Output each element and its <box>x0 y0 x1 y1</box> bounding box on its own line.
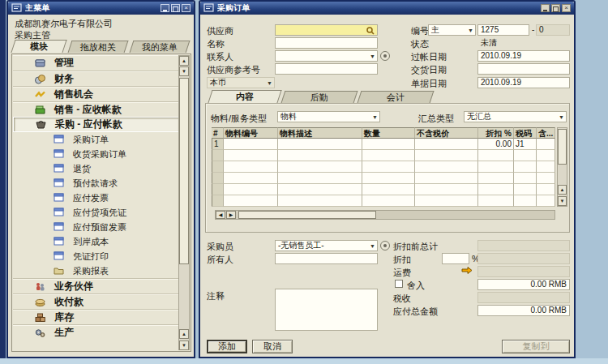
menu-item-purchase-order[interactable]: 采购订单 <box>13 132 179 147</box>
menu-item-ap-reserve-invoice[interactable]: 应付预留发票 <box>13 220 179 234</box>
item-no-cell[interactable] <box>224 139 278 150</box>
tab-logistics[interactable]: 后勤 <box>281 91 358 103</box>
scroll-up-icon[interactable]: ▲ <box>558 185 567 195</box>
doc-number-field[interactable]: 1275 <box>477 24 529 36</box>
table-row[interactable] <box>212 184 555 195</box>
cancel-button[interactable]: 取消 <box>252 340 293 353</box>
minimize-icon[interactable] <box>541 4 550 12</box>
table-row[interactable] <box>212 161 555 173</box>
scroll-right-icon[interactable]: ▶ <box>226 211 236 219</box>
menu-scroll-thumb[interactable] <box>179 78 189 264</box>
link-arrow-icon[interactable] <box>461 266 473 276</box>
document-icon <box>54 149 66 160</box>
series-dropdown[interactable]: 主▼ <box>428 24 476 36</box>
chevron-down-icon[interactable]: ▼ <box>370 54 375 59</box>
banking-icon <box>34 297 46 307</box>
add-button[interactable]: 添加 <box>207 340 247 353</box>
table-row[interactable] <box>212 195 555 207</box>
maximize-icon[interactable] <box>551 4 560 12</box>
tab-contents[interactable]: 内容 <box>208 90 281 103</box>
doc-number-suffix-field[interactable]: 0 <box>536 24 570 36</box>
currency-dropdown[interactable]: 本币▼ <box>207 77 275 88</box>
menu-item-production[interactable]: 生产 <box>13 324 179 340</box>
name-field[interactable] <box>275 37 378 49</box>
menu-item-banking[interactable]: 收付款 <box>13 293 179 309</box>
table-vscrollbar[interactable]: ▲ ▼ <box>557 127 567 207</box>
chevron-down-icon[interactable]: ▼ <box>267 80 272 86</box>
po-titlebar[interactable]: 采购订单 × <box>200 2 574 15</box>
menu-item-goods-return[interactable]: 退货 <box>13 161 179 176</box>
po-title: 采购订单 <box>217 2 541 14</box>
menu-item-business-partners[interactable]: 业务伙伴 <box>13 278 179 293</box>
table-hscrollbar[interactable]: ◀ ▶ <box>215 210 555 220</box>
table-vscroll-thumb[interactable] <box>558 129 567 165</box>
close-icon[interactable]: × <box>182 4 191 12</box>
main-menu-title: 主菜单 <box>25 2 161 14</box>
scroll-down-icon[interactable]: ▼ <box>558 196 567 206</box>
scroll-up-icon[interactable]: ▲ <box>179 56 189 66</box>
contact-dropdown[interactable]: ▼ <box>275 50 378 62</box>
minimize-icon[interactable] <box>161 4 169 12</box>
vendor-ref-field[interactable] <box>275 63 378 75</box>
contact-choose-button[interactable] <box>380 51 390 61</box>
owner-field[interactable] <box>275 253 378 264</box>
chevron-down-icon[interactable]: ▼ <box>559 114 564 120</box>
menu-item-landed-costs[interactable]: 到岸成本 <box>13 234 179 249</box>
tab-drag-relate[interactable]: 拖放相关 <box>68 41 129 53</box>
chevron-down-icon[interactable]: ▼ <box>370 243 375 249</box>
scroll-down-icon[interactable]: ▼ <box>179 66 189 76</box>
table-hscroll-thumb[interactable] <box>238 211 376 219</box>
summary-type-dropdown[interactable]: 无汇总▼ <box>464 111 567 122</box>
menu-item-goods-receipt-po[interactable]: 收货采购订单 <box>13 147 179 161</box>
posting-date-field[interactable]: 2010.09.19 <box>477 50 570 62</box>
total-due-field: 0.00 RMB <box>477 305 570 316</box>
table-row[interactable] <box>212 173 555 184</box>
close-icon[interactable]: × <box>562 4 571 12</box>
maximize-icon[interactable] <box>171 4 180 12</box>
remarks-textarea[interactable] <box>275 289 378 331</box>
chevron-down-icon[interactable]: ▼ <box>468 28 473 33</box>
menu-item-purchasing-reports[interactable]: 采购报表 <box>13 263 179 278</box>
tab-modules[interactable]: 模块 <box>11 40 66 53</box>
document-icon <box>54 135 66 145</box>
document-icon <box>54 222 66 233</box>
menu-item-purchasing-ap[interactable]: 采购 - 应付帐款 <box>13 117 179 132</box>
menu-item-document-printing[interactable]: 凭证打印 <box>13 249 179 263</box>
copy-to-button[interactable]: 复制到 <box>502 340 570 353</box>
menu-item-financials[interactable]: 财务 <box>13 71 179 86</box>
menu-item-ap-credit-memo[interactable]: 应付贷项凭证 <box>13 205 179 220</box>
item-type-dropdown[interactable]: 物料▼ <box>277 111 380 122</box>
purchasing-ap-icon <box>35 119 47 130</box>
table-row[interactable]: 1 0.00 J1 <box>212 139 555 150</box>
total-before-discount-label: 折扣前总计 <box>393 241 438 253</box>
contact-label: 联系人 <box>207 51 233 63</box>
total-before-discount-field <box>477 240 570 251</box>
search-icon[interactable] <box>366 26 375 36</box>
menu-item-administration[interactable]: 管理 <box>13 55 179 71</box>
scroll-down-icon[interactable]: ▼ <box>179 340 189 350</box>
rounding-checkbox[interactable] <box>395 280 403 288</box>
buyer-dropdown[interactable]: -无销售员工-▼ <box>275 240 378 251</box>
menu-item-inventory[interactable]: 库存 <box>13 309 179 324</box>
menu-item-sales-opportunities[interactable]: 销售机会 <box>13 86 179 101</box>
app-window-edge <box>0 0 6 358</box>
doc-date-field[interactable]: 2010.09.19 <box>477 77 570 88</box>
tab-my-menu[interactable]: 我的菜单 <box>130 41 191 53</box>
table-row[interactable] <box>212 150 555 161</box>
menu-item-ap-invoice[interactable]: 应付发票 <box>13 191 179 205</box>
discount-percent-field[interactable] <box>442 253 469 264</box>
vendor-field[interactable] <box>275 24 378 36</box>
delivery-date-field[interactable] <box>477 63 570 75</box>
form-icon <box>11 3 22 14</box>
buyer-choose-button[interactable] <box>380 241 390 251</box>
scroll-left-icon[interactable]: ◀ <box>216 211 225 219</box>
menu-item-down-payment-request[interactable]: 预付款请求 <box>13 176 179 191</box>
scroll-up-icon[interactable]: ▲ <box>179 329 189 339</box>
menu-scrollbar[interactable]: ▲ ▼ ▲ ▼ <box>178 55 190 350</box>
chevron-down-icon[interactable]: ▼ <box>372 114 378 120</box>
main-menu-titlebar[interactable]: 主菜单 × <box>8 2 194 15</box>
items-table: # 物料编号 物料描述 数量 不含税价 折扣 % 税码 含... 1 <box>212 127 555 207</box>
document-icon <box>54 208 66 218</box>
tab-accounting[interactable]: 会计 <box>358 91 435 103</box>
menu-item-sales-ar[interactable]: 销售 - 应收帐款 <box>13 101 179 117</box>
